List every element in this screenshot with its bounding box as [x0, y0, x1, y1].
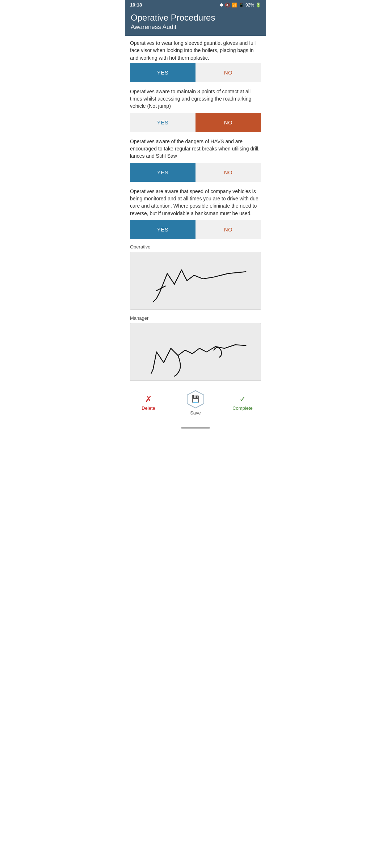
- app-title: Operative Procedures: [131, 13, 260, 23]
- wifi-icon: 📶: [232, 3, 237, 8]
- q4-buttons: YES NO: [130, 220, 261, 239]
- operative-signature-box[interactable]: [130, 252, 261, 310]
- main-content: Operatives to wear long sleeved gauntlet…: [125, 36, 266, 381]
- q3-text: Operatives aware of the dangers of HAVS …: [130, 133, 261, 163]
- save-hex-container: 💾: [186, 390, 205, 409]
- manager-signature-box[interactable]: [130, 323, 261, 381]
- status-icons: ✱ 🔇 📶 📱 92% 🔋: [220, 3, 261, 8]
- operative-label: Operative: [130, 241, 261, 252]
- status-time: 10:18: [130, 2, 142, 8]
- battery-icon: 🔋: [256, 3, 261, 8]
- q4-no-button[interactable]: NO: [196, 220, 261, 239]
- home-indicator: [125, 421, 266, 431]
- save-label: Save: [190, 410, 201, 416]
- q1-yes-button[interactable]: YES: [130, 63, 196, 82]
- delete-icon: ✗: [145, 395, 152, 404]
- battery-text: 92%: [245, 3, 254, 8]
- q3-yes-button[interactable]: YES: [130, 163, 196, 182]
- q2-yes-button[interactable]: YES: [130, 113, 196, 132]
- delete-label: Delete: [142, 405, 155, 411]
- q2-no-button[interactable]: NO: [196, 113, 261, 132]
- q1-no-button[interactable]: NO: [196, 63, 261, 82]
- status-bar: 10:18 ✱ 🔇 📶 📱 92% 🔋: [125, 0, 266, 10]
- complete-label: Complete: [232, 405, 253, 411]
- q4-yes-button[interactable]: YES: [130, 220, 196, 239]
- save-disk-icon: 💾: [192, 395, 199, 403]
- q4-text: Operatives are aware that speed of compa…: [130, 183, 261, 220]
- complete-icon: ✓: [239, 395, 246, 404]
- complete-nav-item[interactable]: ✓ Complete: [230, 395, 255, 411]
- partial-question-text: Operatives to wear long sleeved gauntlet…: [130, 36, 261, 63]
- q3-no-button[interactable]: NO: [196, 163, 261, 182]
- q1-buttons: YES NO: [130, 63, 261, 82]
- signal-icon: 📱: [239, 3, 244, 8]
- page-header: Operative Procedures Awareness Audit: [125, 10, 266, 36]
- bluetooth-icon: ✱: [220, 3, 223, 8]
- mute-icon: 🔇: [225, 3, 230, 8]
- q2-buttons: YES NO: [130, 113, 261, 132]
- delete-nav-item[interactable]: ✗ Delete: [136, 395, 161, 411]
- manager-label: Manager: [130, 312, 261, 323]
- q2-text: Operatives aware to maintain 3 points of…: [130, 84, 261, 113]
- sub-title: Awareness Audit: [131, 24, 260, 31]
- home-indicator-bar: [181, 427, 210, 429]
- bottom-nav: ✗ Delete 💾 Save ✓ Complete: [125, 386, 266, 421]
- save-nav-item[interactable]: 💾 Save: [183, 390, 208, 416]
- q3-buttons: YES NO: [130, 163, 261, 182]
